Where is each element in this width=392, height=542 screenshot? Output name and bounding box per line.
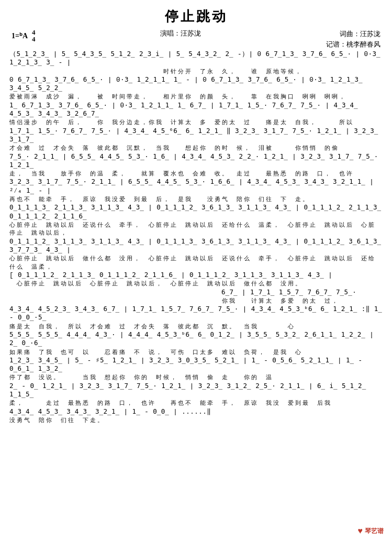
arranger-label: 记谱： <box>326 40 346 48</box>
singer-name: 汪苏泷 <box>181 29 201 37</box>
lyrics-11: 如果痛 了我 也可 以 忍着痛 不 说， 可伤 口太多 难以 负荷， 是我 心 <box>9 348 383 356</box>
score-block: （5̲1̲2̲3̲ | 5̲ 5̲4̲3̲5̲ 5̲1̲2̲ 2̲3̲i̲ | … <box>9 50 383 424</box>
score-row-9: 6̲7̲ | 1̲7̲1̲ 1̲5̲7̲ 7̲6̲7̲ 7̲5̲· 你我 计算太… <box>9 289 383 305</box>
notes-2: 1̲ 6̲7̲1̲3̲ 3̲7̲6̲ 6̲5̲· | 0·3̲ 1̲2̲1̲1̲… <box>9 102 383 119</box>
watermark: ♥ 琴艺谱 <box>358 526 384 536</box>
meta-row: 1=ᵇA 4 4 演唱：汪苏泷 词曲：汪苏泷 记谱：桃李醉春风 <box>9 29 383 49</box>
arranger-name: 桃李醉春风 <box>346 40 380 48</box>
score-row-6: 0̲1̲1̲1̲3̲ 2̲1̲1̲3̲ 3̲1̲1̲3̲ 4̲3̲ | 0̲1̲… <box>9 204 383 237</box>
score-row-13: 2̲ - 0̲ 1̲2̲1̲ | 3̲2̲3̲ 3̲1̲7̲ 7̲5̲· 1̲2… <box>9 382 383 407</box>
composer-label: 词曲： <box>340 30 360 38</box>
score-row-0: （5̲1̲2̲3̲ | 5̲ 5̲4̲3̲5̲ 5̲1̲2̲ 2̲3̲i̲ | … <box>9 50 383 75</box>
lyrics-0: 时针分开 了永 久， 谁 原地等候， <box>9 68 383 75</box>
score-row-12: 1̲2̲3̲ 3̲4̲5̲ | 5̲ - ♯5̲ 1̲2̲1̲ | 3̲2̲3̲… <box>9 357 383 382</box>
lyrics-13: 柔， 走过 最熟悉 的路 口， 也许 再也不 能牵 手， 原谅 我没 爱到最 后… <box>9 399 383 407</box>
watermark-text: 琴艺谱 <box>365 527 384 536</box>
composer-name: 汪苏泷 <box>360 30 380 38</box>
watermark-heart-icon: ♥ <box>358 526 363 536</box>
key-label: 1=ᵇA <box>12 31 28 40</box>
score-row-8: [ 0̲1̲1̲1̲2̲ 2̲1̲1̲3̲ 0̲1̲1̲1̲2̲ 2̲1̲1̲6… <box>9 271 383 288</box>
notes-1: 0 6̲7̲1̲3̲ 3̲7̲6̲ 6̲5̲· | 0·3̲ 1̲2̲1̲1̲ … <box>9 76 383 93</box>
lyrics-7: 心脏停止 跳动以后 做什么都 没用， 心脏停止 跳动以后 还说什么 牵手， 心脏… <box>9 255 383 271</box>
lyrics-4: 走， 当我 放手你 的温 柔， 就算 覆水也 会难 收。 走过 最熟悉 的路 口… <box>9 170 383 178</box>
score-row-14: 4̲3̲4̲ 4̲5̲3̲ 3̲4̲3̲ 3̲2̲1̲ | 1̲ - 0̲0̲ … <box>9 408 383 425</box>
lyrics-5: 再也不 能牵 手， 原谅 我没爱 到最 后， 是我 没勇气 陪你 们往 下 走。 <box>9 195 383 203</box>
key-time-sig: 1=ᵇA 4 4 <box>12 29 36 42</box>
page-title: 停止跳动 <box>9 7 383 26</box>
score-row-1: 0 6̲7̲1̲3̲ 3̲7̲6̲ 6̲5̲· | 0·3̲ 1̲2̲1̲1̲ … <box>9 76 383 101</box>
notes-8: [ 0̲1̲1̲1̲2̲ 2̲1̲1̲3̲ 0̲1̲1̲1̲2̲ 2̲1̲1̲6… <box>9 271 383 280</box>
singer-label: 演唱： <box>160 29 181 37</box>
time-sig: 4 4 <box>32 29 36 42</box>
lyrics-12: 停了都 没说。 当我 想起你 你的 时候， 悄悄 偷 走 你的 温 <box>9 373 383 381</box>
lyrics-3: 才会难 过 才会失 落 彼此都 沉默， 当我 想起你 的时 候， 泪被 你悄悄 … <box>9 144 383 152</box>
notes-5: 3̲2̲3̲ 3̲1̲7̲ 7̲5̲· 2̲1̲1̲ | 6̲5̲5̲ 4̲4̲… <box>9 178 383 195</box>
notes-0: （5̲1̲2̲3̲ | 5̲ 5̲4̲3̲5̲ 5̲1̲2̲ 2̲3̲i̲ | … <box>9 50 383 68</box>
notes-6: 0̲1̲1̲1̲3̲ 2̲1̲1̲3̲ 3̲1̲1̲3̲ 4̲3̲ | 0̲1̲… <box>9 204 383 221</box>
composer-info: 词曲：汪苏泷 记谱：桃李醉春风 <box>326 29 380 49</box>
notes-10: 4̲3̲4̲ 4̲5̲2̲3̲ 3̲4̲3̲ 6̲7̲ | 1̲7̲1̲ 1̲5… <box>9 305 383 323</box>
lyrics-8: 心脏停止 跳动以后 心脏停止 跳动以后， 心脏停止 跳动以后 做什么都 没用。 <box>9 280 383 287</box>
notes-7: 0̲1̲1̲1̲2̲ 3̲1̲1̲3̲ 3̲1̲1̲3̲ 4̲3̲ | 0̲1̲… <box>9 238 383 255</box>
lyrics-10: 痛是太 自我， 所以 才会难 过 才会失 落 彼此都 沉 默。 当我 心 <box>9 323 383 330</box>
score-row-2: 1̲ 6̲7̲1̲3̲ 3̲7̲6̲ 6̲5̲· | 0·3̲ 1̲2̲1̲1̲… <box>9 102 383 127</box>
page: 停止跳动 1=ᵇA 4 4 演唱：汪苏泷 词曲：汪苏泷 记谱：桃李醉春风 （5̲… <box>0 0 392 542</box>
notes-9: 6̲7̲ | 1̲7̲1̲ 1̲5̲7̲ 7̲6̲7̲ 7̲5̲· <box>9 289 383 297</box>
lyrics-1: 爱被雨淋 成沙 漏， 被 时间带走， 相片里你 的颜 头， 靠 在我胸口 咧咧 … <box>9 93 383 101</box>
lyrics-9: 你我 计算太 多爱 的太 过， <box>9 297 383 305</box>
score-row-7: 0̲1̲1̲1̲2̲ 3̲1̲1̲3̲ 3̲1̲1̲3̲ 4̲3̲ | 0̲1̲… <box>9 238 383 271</box>
notes-3: 1̲7̲1̲ 1̲5̲· 7̲6̲7̲ 7̲5̲· | 4̲3̲4̲ 4̲5̲⁶… <box>9 127 383 145</box>
lyrics-2: 情侣漫步 的午 后， 你 我分边走，你我 计算太 多 爱的太 过 痛是太 自我，… <box>9 118 383 126</box>
score-row-3: 1̲7̲1̲ 1̲5̲· 7̲6̲7̲ 7̲5̲· | 4̲3̲4̲ 4̲5̲⁶… <box>9 127 383 152</box>
lyrics-14: 没勇气 陪你 们往 下走。 <box>9 416 383 424</box>
notes-4: 7̲5̲· 2̲1̲1̲ | 6̲5̲5̲ 4̲4̲5̲ 5̲3̲· 1̲6̲ … <box>9 153 383 170</box>
notes-11: 5̲5̲5̲ 5̲5̲5̲ 4̲4̲4̲ 4̲3̲· | 4̲4̲4̲ 4̲5̲… <box>9 331 383 348</box>
lyrics-6: 心脏停止 跳动以后 还说什么 牵手， 心脏停止 跳动以后 还给什么 温柔， 心脏… <box>9 221 383 237</box>
notes-12: 1̲2̲3̲ 3̲4̲5̲ | 5̲ - ♯5̲ 1̲2̲1̲ | 3̲2̲3̲… <box>9 357 383 374</box>
score-row-10: 4̲3̲4̲ 4̲5̲2̲3̲ 3̲4̲3̲ 6̲7̲ | 1̲7̲1̲ 1̲5… <box>9 305 383 330</box>
notes-14: 4̲3̲4̲ 4̲5̲3̲ 3̲4̲3̲ 3̲2̲1̲ | 1̲ - 0̲0̲ … <box>9 408 383 416</box>
score-row-4: 7̲5̲· 2̲1̲1̲ | 6̲5̲5̲ 4̲4̲5̲ 5̲3̲· 1̲6̲ … <box>9 153 383 178</box>
singer-info: 演唱：汪苏泷 <box>160 29 201 38</box>
notes-13: 2̲ - 0̲ 1̲2̲1̲ | 3̲2̲3̲ 3̲1̲7̲ 7̲5̲· 1̲2… <box>9 382 383 400</box>
score-row-11: 5̲5̲5̲ 5̲5̲5̲ 4̲4̲4̲ 4̲3̲· | 4̲4̲4̲ 4̲5̲… <box>9 331 383 356</box>
score-row-5: 3̲2̲3̲ 3̲1̲7̲ 7̲5̲· 2̲1̲1̲ | 6̲5̲5̲ 4̲4̲… <box>9 178 383 203</box>
